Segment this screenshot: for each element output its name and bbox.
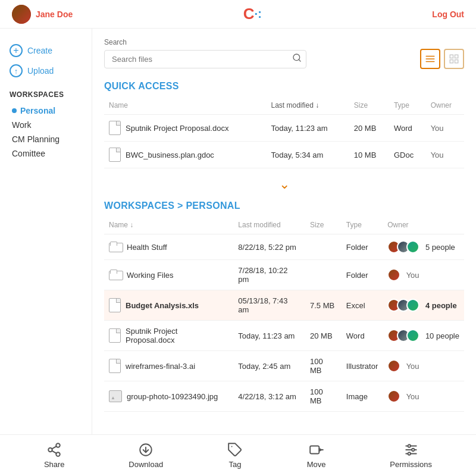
file-name: group-photo-10923490.jpg xyxy=(127,392,218,401)
table-row[interactable]: group-photo-10923490.jpg 4/22/18, 3:12 a… xyxy=(104,381,464,412)
mini-avatar xyxy=(406,329,419,342)
table-row[interactable]: Health Stuff 8/22/18, 5:22 pm Folder 5 p… xyxy=(104,234,464,260)
search-row xyxy=(104,49,464,69)
table-row[interactable]: Working Files 7/28/18, 10:22 pm Folder Y… xyxy=(104,260,464,290)
sidebar-item-work[interactable]: Work xyxy=(10,118,82,132)
qa-col-size: Size xyxy=(349,99,389,115)
svg-point-23 xyxy=(412,449,414,451)
file-modified: Today, 2:45 am xyxy=(233,351,305,381)
table-row[interactable]: wireframes-final-3.ai Today, 2:45 am 100… xyxy=(104,351,464,381)
wp-col-owner: Owner xyxy=(383,218,464,234)
sidebar-item-personal[interactable]: Personal xyxy=(10,104,82,118)
search-label: Search xyxy=(104,38,464,46)
main-layout: + Create ↑ Upload WORKSPACES Personal Wo… xyxy=(0,29,476,434)
create-button[interactable]: + Create xyxy=(10,40,82,61)
table-row[interactable]: Sputnik Project Proposal.docx Today, 11:… xyxy=(104,321,464,351)
search-input[interactable] xyxy=(104,50,306,68)
svg-point-22 xyxy=(408,444,410,447)
search-icon xyxy=(292,53,302,62)
upload-icon: ↑ xyxy=(10,64,23,77)
mini-avatar xyxy=(387,390,400,403)
personal-files-table: Name ↓ Last modified Size Type Owner Hea… xyxy=(104,218,464,412)
download-icon xyxy=(138,442,154,458)
owner-label: You xyxy=(404,362,419,371)
file-size: 100 MB xyxy=(305,351,342,381)
file-type: Word xyxy=(342,321,383,351)
qa-col-name: Name xyxy=(104,99,267,115)
share-button[interactable]: Share xyxy=(44,442,65,469)
mini-avatar xyxy=(387,268,400,281)
file-owner: You xyxy=(383,381,464,412)
file-icon xyxy=(109,121,121,135)
avatars-group xyxy=(387,359,400,372)
content-area: Search xyxy=(92,29,476,434)
list-view-button[interactable] xyxy=(420,49,440,69)
sidebar-item-cm-planning[interactable]: CM Planning xyxy=(10,132,82,146)
file-type: Illustrator xyxy=(342,351,383,381)
owner-label: 4 people xyxy=(423,301,456,310)
svg-line-1 xyxy=(299,60,300,61)
sidebar-item-label-personal: Personal xyxy=(20,106,55,115)
active-dot xyxy=(12,108,17,113)
sidebar-item-label-comittee: Comittee xyxy=(12,149,45,158)
create-label: Create xyxy=(27,46,52,55)
logo-dots: ·: xyxy=(255,7,262,21)
file-modified: 8/22/18, 5:22 pm xyxy=(233,234,305,260)
svg-rect-5 xyxy=(450,55,453,58)
file-type: Folder xyxy=(342,234,383,260)
file-owner: You xyxy=(383,351,464,381)
file-name: Working Files xyxy=(127,271,174,280)
svg-rect-6 xyxy=(455,55,458,58)
upload-label: Upload xyxy=(27,66,54,76)
file-modified: 05/13/18, 7:43 am xyxy=(233,290,305,321)
move-button[interactable]: Move xyxy=(307,442,326,469)
avatar xyxy=(12,5,31,24)
table-row[interactable]: BWC_business.plan.gdoc Today, 5:34 am 10… xyxy=(104,142,464,168)
grid-view-button[interactable] xyxy=(444,49,464,69)
expand-row[interactable]: ⌄ xyxy=(104,173,464,201)
wp-col-name: Name ↓ xyxy=(104,218,233,234)
quick-access-title: QUICK ACCESS xyxy=(104,81,464,92)
file-owner: 4 people xyxy=(383,290,464,321)
header: Jane Doe C·: Log Out xyxy=(0,0,476,29)
workspaces-title: WORKSPACES xyxy=(10,90,82,99)
svg-line-12 xyxy=(52,451,57,453)
file-modified: Today, 11:23 am xyxy=(233,321,305,351)
svg-rect-8 xyxy=(455,60,458,63)
sidebar-item-label-work: Work xyxy=(12,120,31,130)
table-row[interactable]: Budget Analysis.xls 05/13/18, 7:43 am 7.… xyxy=(104,290,464,321)
file-owner: 5 people xyxy=(383,234,464,260)
tag-button[interactable]: Tag xyxy=(227,442,243,469)
header-left: Jane Doe xyxy=(12,5,73,24)
sidebar-item-label-cm: CM Planning xyxy=(12,134,60,144)
folder-icon xyxy=(109,270,122,280)
logo-c: C xyxy=(243,5,255,23)
file-owner: You xyxy=(426,115,464,142)
sidebar-item-comittee[interactable]: Comittee xyxy=(10,146,82,161)
search-button[interactable] xyxy=(292,53,302,65)
wp-col-modified: Last modified xyxy=(233,218,305,234)
file-icon xyxy=(109,148,121,162)
svg-line-13 xyxy=(52,446,57,449)
tag-icon xyxy=(227,442,243,458)
table-row[interactable]: Sputnik Project Proposal.docx Today, 11:… xyxy=(104,115,464,142)
file-icon xyxy=(109,328,121,343)
svg-rect-17 xyxy=(310,446,319,454)
permissions-button[interactable]: Permissions xyxy=(390,442,432,469)
file-icon xyxy=(109,359,121,373)
chevron-down-icon[interactable]: ⌄ xyxy=(279,177,290,192)
avatars-group xyxy=(387,329,419,342)
permissions-icon xyxy=(403,442,419,458)
user-name: Jane Doe xyxy=(36,10,73,19)
file-name-cell: Health Stuff xyxy=(104,234,233,260)
logout-button[interactable]: Log Out xyxy=(432,10,464,19)
file-name-cell: wireframes-final-3.ai xyxy=(104,351,233,381)
file-owner: 10 people xyxy=(383,321,464,351)
sidebar: + Create ↑ Upload WORKSPACES Personal Wo… xyxy=(0,29,92,434)
upload-button[interactable]: ↑ Upload xyxy=(10,61,82,81)
owner-label: You xyxy=(404,271,419,280)
download-button[interactable]: Download xyxy=(129,442,163,469)
wp-col-size: Size xyxy=(305,218,342,234)
file-name: Budget Analysis.xls xyxy=(126,301,199,310)
wp-col-type: Type xyxy=(342,218,383,234)
